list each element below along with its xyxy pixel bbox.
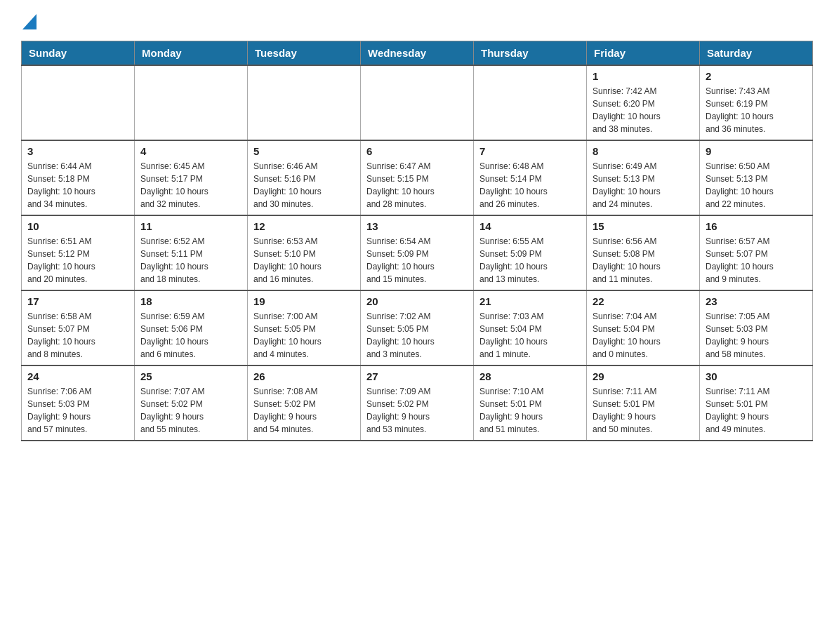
calendar-cell: 14Sunrise: 6:55 AM Sunset: 5:09 PM Dayli… — [474, 215, 587, 290]
calendar-cell: 3Sunrise: 6:44 AM Sunset: 5:18 PM Daylig… — [22, 140, 135, 215]
day-number: 24 — [27, 370, 128, 382]
calendar-cell — [474, 65, 587, 140]
day-info: Sunrise: 6:46 AM Sunset: 5:16 PM Dayligh… — [253, 160, 355, 210]
day-number: 29 — [593, 370, 694, 382]
day-info: Sunrise: 6:48 AM Sunset: 5:14 PM Dayligh… — [479, 160, 581, 210]
day-number: 22 — [593, 295, 694, 307]
calendar-week-row: 1Sunrise: 7:42 AM Sunset: 6:20 PM Daylig… — [22, 65, 813, 140]
page-header — [21, 14, 813, 27]
calendar-week-row: 10Sunrise: 6:51 AM Sunset: 5:12 PM Dayli… — [22, 215, 813, 290]
day-info: Sunrise: 7:06 AM Sunset: 5:03 PM Dayligh… — [27, 385, 128, 436]
weekday-header-sunday: Sunday — [22, 41, 135, 66]
logo — [21, 14, 37, 27]
day-number: 8 — [593, 145, 694, 157]
day-number: 9 — [706, 145, 807, 157]
calendar-cell: 6Sunrise: 6:47 AM Sunset: 5:15 PM Daylig… — [361, 140, 474, 215]
day-info: Sunrise: 7:11 AM Sunset: 5:01 PM Dayligh… — [706, 385, 807, 436]
calendar-cell: 26Sunrise: 7:08 AM Sunset: 5:02 PM Dayli… — [248, 365, 361, 441]
calendar-week-row: 3Sunrise: 6:44 AM Sunset: 5:18 PM Daylig… — [22, 140, 813, 215]
day-info: Sunrise: 6:55 AM Sunset: 5:09 PM Dayligh… — [479, 235, 581, 286]
calendar-cell: 30Sunrise: 7:11 AM Sunset: 5:01 PM Dayli… — [700, 365, 813, 441]
day-number: 20 — [366, 295, 468, 307]
calendar-cell: 18Sunrise: 6:59 AM Sunset: 5:06 PM Dayli… — [135, 290, 248, 365]
day-info: Sunrise: 7:09 AM Sunset: 5:02 PM Dayligh… — [366, 385, 468, 436]
calendar-header-row: SundayMondayTuesdayWednesdayThursdayFrid… — [22, 41, 813, 66]
weekday-header-tuesday: Tuesday — [248, 41, 361, 66]
day-info: Sunrise: 7:07 AM Sunset: 5:02 PM Dayligh… — [140, 385, 241, 436]
day-info: Sunrise: 6:47 AM Sunset: 5:15 PM Dayligh… — [366, 160, 468, 210]
calendar-cell: 22Sunrise: 7:04 AM Sunset: 5:04 PM Dayli… — [587, 290, 700, 365]
day-number: 30 — [706, 370, 807, 382]
day-info: Sunrise: 7:00 AM Sunset: 5:05 PM Dayligh… — [253, 310, 355, 361]
calendar-cell: 1Sunrise: 7:42 AM Sunset: 6:20 PM Daylig… — [587, 65, 700, 140]
calendar-week-row: 17Sunrise: 6:58 AM Sunset: 5:07 PM Dayli… — [22, 290, 813, 365]
calendar-week-row: 24Sunrise: 7:06 AM Sunset: 5:03 PM Dayli… — [22, 365, 813, 441]
day-info: Sunrise: 6:50 AM Sunset: 5:13 PM Dayligh… — [706, 160, 807, 210]
weekday-header-monday: Monday — [135, 41, 248, 66]
day-info: Sunrise: 7:11 AM Sunset: 5:01 PM Dayligh… — [593, 385, 694, 436]
calendar-cell: 28Sunrise: 7:10 AM Sunset: 5:01 PM Dayli… — [474, 365, 587, 441]
day-number: 2 — [706, 70, 807, 82]
day-info: Sunrise: 6:52 AM Sunset: 5:11 PM Dayligh… — [140, 235, 241, 286]
calendar-cell: 25Sunrise: 7:07 AM Sunset: 5:02 PM Dayli… — [135, 365, 248, 441]
day-info: Sunrise: 6:54 AM Sunset: 5:09 PM Dayligh… — [366, 235, 468, 286]
calendar-cell: 9Sunrise: 6:50 AM Sunset: 5:13 PM Daylig… — [700, 140, 813, 215]
day-number: 25 — [140, 370, 241, 382]
day-info: Sunrise: 7:03 AM Sunset: 5:04 PM Dayligh… — [479, 310, 581, 361]
day-number: 17 — [27, 295, 128, 307]
calendar-cell — [361, 65, 474, 140]
day-number: 3 — [27, 145, 128, 157]
day-info: Sunrise: 7:10 AM Sunset: 5:01 PM Dayligh… — [479, 385, 581, 436]
calendar-cell: 19Sunrise: 7:00 AM Sunset: 5:05 PM Dayli… — [248, 290, 361, 365]
day-number: 15 — [593, 220, 694, 232]
calendar-cell: 20Sunrise: 7:02 AM Sunset: 5:05 PM Dayli… — [361, 290, 474, 365]
day-number: 18 — [140, 295, 241, 307]
day-number: 28 — [479, 370, 581, 382]
calendar-cell: 15Sunrise: 6:56 AM Sunset: 5:08 PM Dayli… — [587, 215, 700, 290]
day-number: 4 — [140, 145, 241, 157]
weekday-header-thursday: Thursday — [474, 41, 587, 66]
day-info: Sunrise: 6:45 AM Sunset: 5:17 PM Dayligh… — [140, 160, 241, 210]
calendar-cell: 5Sunrise: 6:46 AM Sunset: 5:16 PM Daylig… — [248, 140, 361, 215]
day-number: 11 — [140, 220, 241, 232]
day-number: 26 — [253, 370, 355, 382]
day-number: 12 — [253, 220, 355, 232]
day-number: 23 — [706, 295, 807, 307]
calendar-cell: 29Sunrise: 7:11 AM Sunset: 5:01 PM Dayli… — [587, 365, 700, 441]
day-number: 7 — [479, 145, 581, 157]
calendar-cell: 12Sunrise: 6:53 AM Sunset: 5:10 PM Dayli… — [248, 215, 361, 290]
day-info: Sunrise: 6:51 AM Sunset: 5:12 PM Dayligh… — [27, 235, 128, 286]
day-number: 16 — [706, 220, 807, 232]
day-info: Sunrise: 6:56 AM Sunset: 5:08 PM Dayligh… — [593, 235, 694, 286]
calendar-cell: 17Sunrise: 6:58 AM Sunset: 5:07 PM Dayli… — [22, 290, 135, 365]
day-info: Sunrise: 7:04 AM Sunset: 5:04 PM Dayligh… — [593, 310, 694, 361]
day-info: Sunrise: 7:08 AM Sunset: 5:02 PM Dayligh… — [253, 385, 355, 436]
day-info: Sunrise: 7:43 AM Sunset: 6:19 PM Dayligh… — [706, 85, 807, 135]
calendar-cell: 10Sunrise: 6:51 AM Sunset: 5:12 PM Dayli… — [22, 215, 135, 290]
day-info: Sunrise: 6:49 AM Sunset: 5:13 PM Dayligh… — [593, 160, 694, 210]
calendar-cell — [248, 65, 361, 140]
day-number: 14 — [479, 220, 581, 232]
calendar-table: SundayMondayTuesdayWednesdayThursdayFrid… — [21, 41, 813, 441]
day-info: Sunrise: 6:58 AM Sunset: 5:07 PM Dayligh… — [27, 310, 128, 361]
day-number: 13 — [366, 220, 468, 232]
calendar-cell: 7Sunrise: 6:48 AM Sunset: 5:14 PM Daylig… — [474, 140, 587, 215]
day-number: 1 — [593, 70, 694, 82]
calendar-cell: 24Sunrise: 7:06 AM Sunset: 5:03 PM Dayli… — [22, 365, 135, 441]
day-info: Sunrise: 6:59 AM Sunset: 5:06 PM Dayligh… — [140, 310, 241, 361]
calendar-cell: 27Sunrise: 7:09 AM Sunset: 5:02 PM Dayli… — [361, 365, 474, 441]
day-number: 10 — [27, 220, 128, 232]
calendar-cell: 21Sunrise: 7:03 AM Sunset: 5:04 PM Dayli… — [474, 290, 587, 365]
calendar-cell: 8Sunrise: 6:49 AM Sunset: 5:13 PM Daylig… — [587, 140, 700, 215]
day-info: Sunrise: 7:02 AM Sunset: 5:05 PM Dayligh… — [366, 310, 468, 361]
calendar-cell: 11Sunrise: 6:52 AM Sunset: 5:11 PM Dayli… — [135, 215, 248, 290]
day-number: 27 — [366, 370, 468, 382]
calendar-cell: 13Sunrise: 6:54 AM Sunset: 5:09 PM Dayli… — [361, 215, 474, 290]
day-number: 21 — [479, 295, 581, 307]
calendar-cell — [135, 65, 248, 140]
day-number: 6 — [366, 145, 468, 157]
logo-triangle-icon — [22, 14, 37, 29]
svg-marker-0 — [22, 14, 37, 29]
calendar-cell: 4Sunrise: 6:45 AM Sunset: 5:17 PM Daylig… — [135, 140, 248, 215]
day-info: Sunrise: 6:57 AM Sunset: 5:07 PM Dayligh… — [706, 235, 807, 286]
